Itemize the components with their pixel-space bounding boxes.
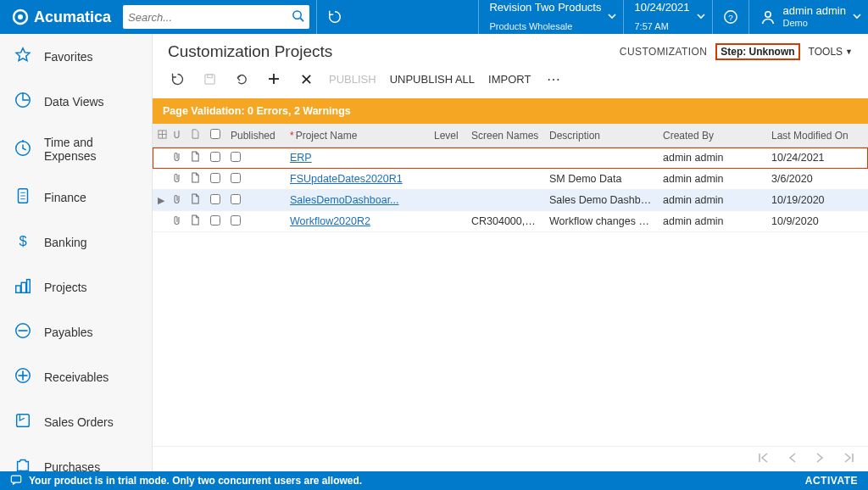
col-screen-names[interactable]: Screen Names — [466, 130, 544, 142]
brand[interactable]: Acumatica — [0, 0, 123, 34]
validation-banner: Page Validation: 0 Errors, 2 Warnings — [153, 98, 868, 124]
sidebar-item-label: Purchases — [44, 460, 100, 474]
sidebar-item-label: Receivables — [44, 370, 108, 384]
unpublish-all-button[interactable]: UNPUBLISH ALL — [390, 73, 475, 86]
sidebar-item[interactable]: Time and Expenses — [0, 124, 152, 175]
sidebar-item[interactable]: Favorites — [0, 34, 152, 79]
date-value: 10/24/2021 — [634, 2, 689, 14]
project-name-link[interactable]: FSUpdateDates2020R1 — [290, 173, 403, 185]
search-input[interactable] — [128, 11, 292, 24]
sidebar-icon — [14, 46, 32, 67]
user-icon — [760, 8, 776, 25]
help-button[interactable]: ? — [712, 0, 748, 34]
user-menu[interactable]: admin admin Demo — [748, 0, 868, 34]
col-description[interactable]: Description — [544, 130, 658, 142]
row-select-checkbox[interactable] — [210, 194, 220, 204]
save-button[interactable] — [200, 70, 219, 88]
undo-button[interactable] — [232, 70, 251, 88]
notes-icon[interactable] — [185, 193, 205, 207]
row-select-checkbox[interactable] — [210, 152, 220, 162]
col-published[interactable]: Published — [225, 130, 285, 142]
company-sub: Products Wholesale — [489, 21, 572, 32]
sidebar-item[interactable]: Projects — [0, 264, 152, 309]
sidebar-item[interactable]: $Banking — [0, 220, 152, 264]
col-project-name[interactable]: *Project Name — [285, 130, 429, 142]
table-row[interactable]: FSUpdateDates2020R1SM Demo Dataadmin adm… — [153, 169, 868, 190]
company-selector[interactable]: Revision Two Products Products Wholesale — [478, 0, 623, 34]
sidebar-icon: $ — [14, 231, 32, 253]
published-checkbox[interactable] — [231, 152, 241, 162]
row-settings-icon[interactable] — [158, 130, 167, 139]
notes-icon[interactable] — [185, 151, 205, 164]
step-badge: Step: Unknown — [715, 43, 799, 60]
svg-rect-27 — [207, 74, 212, 77]
sidebar-icon — [14, 187, 32, 208]
sidebar-item[interactable]: Receivables — [0, 354, 152, 399]
select-all-checkbox[interactable] — [210, 129, 220, 139]
sidebar: FavoritesData ViewsTime and ExpensesFina… — [0, 34, 153, 471]
search-icon[interactable] — [292, 9, 304, 25]
sidebar-item[interactable]: Sales Orders — [0, 399, 152, 444]
svg-rect-15 — [16, 286, 21, 292]
attachment-icon[interactable] — [168, 152, 185, 164]
col-modified[interactable]: Last Modified On — [766, 130, 868, 142]
user-tenant: Demo — [783, 18, 846, 29]
grid-paginator — [153, 446, 868, 471]
svg-point-24 — [19, 471, 22, 473]
message-icon — [10, 474, 22, 488]
svg-rect-26 — [204, 74, 214, 83]
sidebar-item-label: Data Views — [44, 95, 104, 109]
notes-icon[interactable] — [185, 214, 205, 228]
project-name-link[interactable]: ERP — [290, 152, 312, 164]
chevron-down-icon — [853, 14, 861, 20]
attachment-icon[interactable] — [168, 194, 185, 207]
page-next-icon[interactable] — [815, 453, 824, 465]
col-level[interactable]: Level — [429, 130, 466, 142]
page-prev-icon[interactable] — [788, 453, 797, 465]
main-area: Customization Projects CUSTOMIZATION Ste… — [153, 34, 868, 471]
search-box[interactable] — [123, 5, 309, 29]
page-last-icon[interactable] — [843, 453, 854, 465]
published-checkbox[interactable] — [231, 194, 241, 204]
grid-header: Published *Project Name Level Screen Nam… — [153, 124, 868, 148]
import-button[interactable]: IMPORT — [488, 73, 531, 86]
sidebar-item[interactable]: Data Views — [0, 79, 152, 124]
table-row[interactable]: ERPadmin admin10/24/2021 — [153, 148, 868, 169]
sidebar-item[interactable]: Payables — [0, 309, 152, 354]
project-name-link[interactable]: Workflow2020R2 — [290, 215, 370, 227]
row-select-checkbox[interactable] — [210, 215, 220, 226]
publish-button: PUBLISH — [329, 73, 376, 86]
svg-point-1 — [18, 14, 23, 19]
activate-button[interactable]: ACTIVATE — [805, 475, 858, 487]
row-select-checkbox[interactable] — [210, 173, 220, 183]
business-date[interactable]: 10/24/2021 7:57 AM — [623, 0, 711, 34]
table-row[interactable]: Workflow2020R2CR304000,S...Workflow chan… — [153, 211, 868, 232]
tools-menu[interactable]: TOOLS ▼ — [809, 46, 853, 58]
grid-body: ERPadmin admin10/24/2021FSUpdateDates202… — [153, 148, 868, 232]
published-checkbox[interactable] — [231, 173, 241, 183]
more-actions-icon[interactable]: ⋯ — [544, 70, 563, 88]
sidebar-icon — [14, 411, 32, 432]
delete-button[interactable] — [297, 70, 315, 88]
cell-created-by: admin admin — [658, 173, 766, 185]
sidebar-icon — [14, 276, 32, 298]
history-icon — [327, 9, 342, 25]
svg-rect-17 — [27, 280, 31, 293]
add-button[interactable] — [264, 70, 283, 88]
sidebar-item-label: Favorites — [44, 50, 93, 64]
page-first-icon[interactable] — [758, 453, 770, 465]
help-icon: ? — [723, 9, 738, 25]
notes-icon[interactable] — [185, 172, 205, 186]
customization-link[interactable]: CUSTOMIZATION — [620, 46, 707, 58]
attachment-icon[interactable] — [168, 215, 185, 228]
table-row[interactable]: ▶SalesDemoDashboar...Sales Demo Dashboa.… — [153, 190, 868, 211]
col-created-by[interactable]: Created By — [658, 130, 766, 142]
refresh-cell[interactable] — [316, 0, 353, 34]
published-checkbox[interactable] — [231, 215, 241, 226]
cell-screens: CR304000,S... — [466, 215, 544, 227]
refresh-button[interactable] — [168, 70, 186, 88]
project-name-link[interactable]: SalesDemoDashboar... — [290, 194, 399, 206]
attachment-icon[interactable] — [168, 173, 185, 186]
sidebar-item[interactable]: Finance — [0, 175, 152, 220]
top-bar: Acumatica Revision Two Products Products… — [0, 0, 868, 34]
